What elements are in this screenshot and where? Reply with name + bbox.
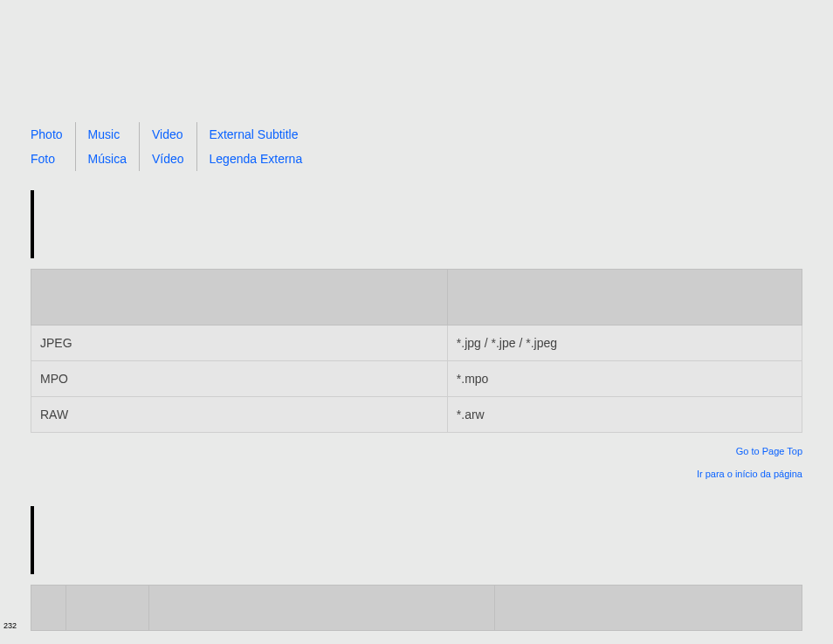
nav-subtitle-en[interactable]: External Subtitle xyxy=(210,127,299,141)
table-header-1 xyxy=(31,270,448,325)
table-row: RAW *.arw xyxy=(31,397,802,433)
nav-links-table: Photo Music Video External Subtitle Foto… xyxy=(31,122,314,171)
music-formats-table: 232 xyxy=(31,585,802,631)
page-top-link-pt-container: Ir para o início da página xyxy=(31,466,802,480)
table2-header-4 xyxy=(495,586,802,631)
format-name: JPEG xyxy=(31,325,448,361)
section-bar-icon xyxy=(31,190,34,258)
table-row: MPO *.mpo xyxy=(31,361,802,397)
nav-subtitle-pt[interactable]: Legenda Externa xyxy=(210,152,303,166)
nav-music-en[interactable]: Music xyxy=(88,127,120,141)
nav-video-en[interactable]: Video xyxy=(152,127,183,141)
format-name: MPO xyxy=(31,361,448,397)
table2-header-2 xyxy=(66,586,149,631)
page-top-link-en-container: Go to Page Top xyxy=(31,443,802,457)
table2-header-3 xyxy=(149,586,495,631)
table2-header-1: 232 xyxy=(31,586,66,631)
format-ext: *.mpo xyxy=(447,361,802,397)
table-header-2 xyxy=(447,270,802,325)
section-marker-2 xyxy=(31,506,802,585)
nav-photo-pt[interactable]: Foto xyxy=(31,152,55,166)
format-ext: *.arw xyxy=(447,397,802,433)
page-number: 232 xyxy=(3,621,17,630)
go-to-page-top-en[interactable]: Go to Page Top xyxy=(736,446,802,456)
section-marker-1 xyxy=(31,190,802,269)
section-bar-icon xyxy=(31,506,34,574)
photo-formats-table: JPEG *.jpg / *.jpe / *.jpeg MPO *.mpo RA… xyxy=(31,269,802,433)
page-container: Photo Music Video External Subtitle Foto… xyxy=(0,0,833,644)
nav-video-pt[interactable]: Vídeo xyxy=(152,152,184,166)
table-row: JPEG *.jpg / *.jpe / *.jpeg xyxy=(31,325,802,361)
go-to-page-top-pt[interactable]: Ir para o início da página xyxy=(697,469,802,479)
format-name: RAW xyxy=(31,397,448,433)
nav-photo-en[interactable]: Photo xyxy=(31,127,63,141)
nav-music-pt[interactable]: Música xyxy=(88,152,127,166)
content-area: Photo Music Video External Subtitle Foto… xyxy=(31,9,802,644)
format-ext: *.jpg / *.jpe / *.jpeg xyxy=(447,325,802,361)
